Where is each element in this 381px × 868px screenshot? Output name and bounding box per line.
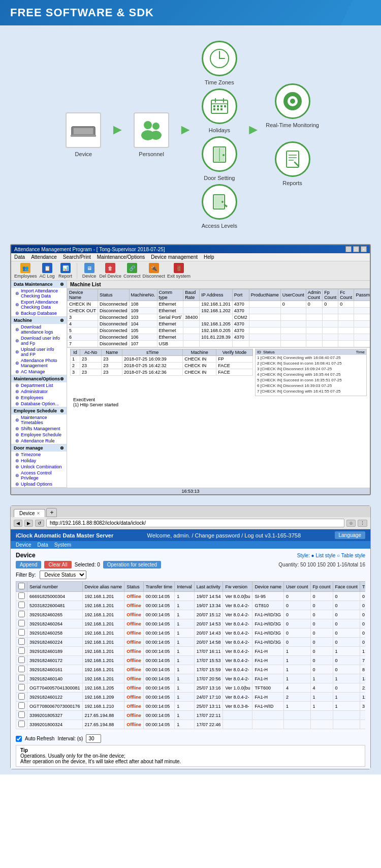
download-logs-item[interactable]: ⊛Download attendance logs <box>11 324 67 335</box>
maximize-btn[interactable]: □ <box>353 246 359 252</box>
style-toggle[interactable]: Style: ● List style ○ Table style <box>297 553 365 558</box>
iclock-row[interactable]: 3399201805327217.65.194.88Offline00:00:1… <box>16 711 366 720</box>
iclock-row[interactable]: 3929182460122192.168.1.209Offline00:00:1… <box>16 693 366 702</box>
photo-mgmt-item[interactable]: ⊛Attendance Photo Management <box>11 357 67 369</box>
shifts-item[interactable]: ⊛Shifts Management <box>11 426 67 432</box>
iclock-row[interactable]: 3929182460224192.168.1.201Offline00:00:1… <box>16 638 366 647</box>
menu-searchprint[interactable]: Search/Print <box>63 254 91 260</box>
row-checkbox-cell[interactable] <box>16 638 27 647</box>
machine-row[interactable]: 3Disconnected103Serial Port/38400COM2 <box>68 314 370 321</box>
log-row[interactable]: 323232018-07-25 16:42:36CHECK INFACE <box>71 369 253 376</box>
row-checkbox-cell[interactable] <box>16 592 27 601</box>
maintenance-header[interactable]: Maintenance/Options ⊗ <box>11 375 67 382</box>
timetables-item[interactable]: ⊛Maintenance Timetables <box>11 414 67 426</box>
close-btn[interactable]: × <box>361 246 367 252</box>
settings-btn[interactable]: ⋮ <box>358 520 367 527</box>
row-checkbox-cell[interactable] <box>16 601 27 610</box>
language-btn[interactable]: Language <box>335 531 366 539</box>
row-checkbox-cell[interactable] <box>16 656 27 665</box>
db-option-item[interactable]: ⊛Database Option... <box>11 401 67 407</box>
row-checkbox[interactable] <box>18 666 25 672</box>
dept-list-item[interactable]: ⊛Department List <box>11 382 67 388</box>
menu-help[interactable]: Help <box>204 254 214 260</box>
row-checkbox-cell[interactable] <box>16 628 27 638</box>
export-item[interactable]: ⊛Export Attendance Checking Data <box>11 299 67 310</box>
backup-item[interactable]: ⊛Backup Database <box>11 310 67 316</box>
address-bar[interactable] <box>46 519 344 527</box>
row-checkbox-cell[interactable] <box>16 619 27 628</box>
row-checkbox-cell[interactable] <box>16 693 27 702</box>
bookmark-btn[interactable]: ☆ <box>346 520 356 527</box>
exit-btn[interactable]: 🚪 Exit system <box>167 263 190 279</box>
append-btn[interactable]: Append <box>16 561 41 568</box>
menu-device[interactable]: Device management <box>151 254 198 260</box>
download-user-item[interactable]: ⊛Download user info and Fp <box>11 335 67 346</box>
machine-row[interactable]: CHECK OUTDisconnected109Ethernet192.168.… <box>68 308 370 314</box>
log-row[interactable]: 223232018-07-25 16:42:32CHECK INFACE <box>71 363 253 369</box>
holiday-item[interactable]: ⊛Holiday <box>11 458 67 464</box>
del-device-btn[interactable]: 🗑 Del Device <box>100 263 122 279</box>
emp-schedule-item[interactable]: ⊛Employee Schedule <box>11 432 67 438</box>
iclock-row[interactable]: 3929182460172192.168.1.201Offline00:00:1… <box>16 656 366 665</box>
row-checkbox[interactable] <box>18 675 25 681</box>
report-tab[interactable]: 📊 Report <box>57 263 74 279</box>
iclock-row[interactable]: 3929182460258192.168.1.201Offline00:00:1… <box>16 628 366 638</box>
row-checkbox[interactable] <box>18 611 25 617</box>
auto-refresh-checkbox[interactable] <box>16 736 22 742</box>
menu-attendance[interactable]: Attendance <box>31 254 57 260</box>
employees-tab[interactable]: 👥 Employees <box>14 263 37 279</box>
operation-btn[interactable]: Operation for selected <box>103 561 161 568</box>
machine-header[interactable]: Machine ⊗ <box>11 317 67 324</box>
machine-row[interactable]: 6Disconnected106Ethernet101.81.228.39437… <box>68 334 370 341</box>
select-all-checkbox[interactable] <box>18 583 25 589</box>
machine-row[interactable]: CHECK INDisconnected108Ethernet192.168.1… <box>68 301 370 308</box>
door-manage-header[interactable]: Door manage ⊗ <box>11 444 67 452</box>
iclock-row[interactable]: 3929182460265192.168.1.201Offline00:00:1… <box>16 610 366 619</box>
machine-row[interactable]: 4Disconnected104Ethernet192.168.1.205437… <box>68 321 370 327</box>
admin-item[interactable]: ⊛Administrator <box>11 388 67 395</box>
back-btn[interactable]: ◀ <box>14 520 22 527</box>
minimize-btn[interactable]: _ <box>345 246 352 252</box>
menu-maintenance[interactable]: Maintenance/Options <box>97 254 145 260</box>
menu-data[interactable]: Data <box>14 254 25 260</box>
upload-opts-item[interactable]: ⊛Upload Options <box>11 481 67 487</box>
row-checkbox[interactable] <box>18 711 25 718</box>
disconnect-btn[interactable]: 🔌 Disconnect <box>143 263 166 279</box>
refresh-btn[interactable]: ↺ <box>35 520 44 527</box>
row-checkbox[interactable] <box>18 656 25 663</box>
iclock-row[interactable]: 3929182460189192.168.1.201Offline00:00:1… <box>16 647 366 656</box>
iclock-row[interactable]: 52031822600481192.168.1.201Offline00:00:… <box>16 601 366 610</box>
row-checkbox-cell[interactable] <box>16 720 27 729</box>
row-checkbox-cell[interactable] <box>16 683 27 693</box>
upload-user-item[interactable]: ⊛Upload user info and FP <box>11 346 67 357</box>
iclock-row[interactable]: 3929182460264192.168.1.201Offline00:00:1… <box>16 619 366 628</box>
tab-close-icon[interactable]: × <box>37 511 40 516</box>
ac-manage-item[interactable]: ⊛AC Manage <box>11 369 67 375</box>
forward-btn[interactable]: ▶ <box>24 520 33 527</box>
new-tab-btn[interactable]: + <box>46 508 57 517</box>
row-checkbox-cell[interactable] <box>16 610 27 619</box>
nav-data[interactable]: Data <box>38 542 48 548</box>
log-row[interactable]: 123232018-07-25 16:09:39CHECK INFP <box>71 356 253 363</box>
iclock-row[interactable]: 3929182460140192.168.1.201Offline00:00:1… <box>16 674 366 683</box>
row-checkbox-cell[interactable] <box>16 711 27 720</box>
row-checkbox[interactable] <box>18 592 25 599</box>
row-checkbox[interactable] <box>18 721 25 727</box>
access-ctrl-item[interactable]: ⊛Access Control Privilege <box>11 470 67 481</box>
row-checkbox[interactable] <box>18 647 25 654</box>
row-checkbox-cell[interactable] <box>16 702 27 711</box>
window-controls[interactable]: _ □ × <box>345 246 367 252</box>
device-tab[interactable]: Device × <box>14 509 45 517</box>
timezone-item[interactable]: ⊛Timezone <box>11 452 67 458</box>
employees-item[interactable]: ⊛Employees <box>11 395 67 401</box>
att-rule-item[interactable]: ⊛Attendance Rule <box>11 438 67 444</box>
row-checkbox[interactable] <box>18 620 25 626</box>
filter-dropdown[interactable]: Device Status <box>40 571 86 579</box>
unlock-combo-item[interactable]: ⊛Unlock Combination <box>11 464 67 470</box>
device-btn[interactable]: 🖥 Device <box>81 263 98 279</box>
clear-all-btn[interactable]: Clear All <box>44 561 71 568</box>
nav-device[interactable]: Device <box>16 542 31 548</box>
iclock-row[interactable]: 66691825000304192.168.1.201Offline00:00:… <box>16 592 366 601</box>
row-checkbox[interactable] <box>18 602 25 608</box>
row-checkbox[interactable] <box>18 629 25 636</box>
